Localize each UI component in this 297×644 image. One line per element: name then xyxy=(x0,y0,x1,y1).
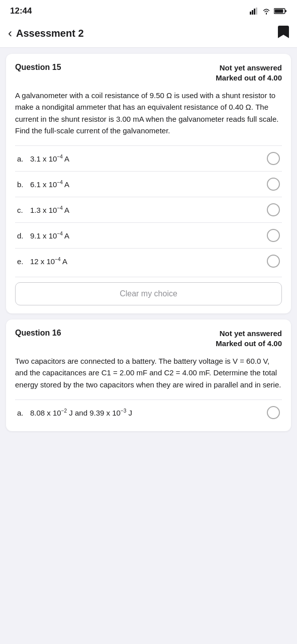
svg-rect-2 xyxy=(254,9,255,15)
question-15-status: Not yet answered Marked out of 4.00 xyxy=(216,63,282,83)
svg-rect-6 xyxy=(275,10,283,13)
option-c-left: c. 1.3 x 10−4 A xyxy=(17,205,69,214)
q16-option-a-left: a. 8.08 x 10−2 J and 9.39 x 10−3 J xyxy=(17,408,132,417)
question-16-card: Question 16 Not yet answered Marked out … xyxy=(6,319,291,431)
option-a-left: a. 3.1 x 10−4 A xyxy=(17,154,69,163)
battery-icon xyxy=(274,8,287,15)
status-icons xyxy=(250,8,287,15)
question-16-label: Question 16 xyxy=(15,329,61,338)
question-16-status: Not yet answered Marked out of 4.00 xyxy=(216,329,282,348)
main-content: Question 15 Not yet answered Marked out … xyxy=(0,48,297,437)
question-16-status-line2: Marked out of 4.00 xyxy=(216,339,282,349)
svg-rect-1 xyxy=(252,10,253,15)
q16-option-a-letter: a. xyxy=(17,409,26,417)
bookmark-icon[interactable] xyxy=(278,25,289,41)
option-d-left: d. 9.1 x 10−4 A xyxy=(17,231,69,240)
option-b[interactable]: b. 6.1 x 10−4 A xyxy=(15,171,282,197)
question-16-header: Question 16 Not yet answered Marked out … xyxy=(15,329,282,348)
header-title: Assessment 2 xyxy=(16,28,84,39)
option-a-text: 3.1 x 10−4 A xyxy=(30,154,69,163)
option-d-letter: d. xyxy=(17,231,26,240)
option-a-letter: a. xyxy=(17,154,26,163)
option-b-left: b. 6.1 x 10−4 A xyxy=(17,180,69,189)
question-15-label: Question 15 xyxy=(15,63,61,72)
option-a-radio[interactable] xyxy=(267,152,280,165)
option-a[interactable]: a. 3.1 x 10−4 A xyxy=(15,145,282,171)
option-c-radio[interactable] xyxy=(267,203,280,216)
option-e-text: 12 x 10−4 A xyxy=(30,257,67,266)
option-c-text: 1.3 x 10−4 A xyxy=(30,205,69,214)
question-15-status-line1: Not yet answered xyxy=(216,63,282,73)
header: ‹ Assessment 2 xyxy=(0,20,297,48)
option-d[interactable]: d. 9.1 x 10−4 A xyxy=(15,222,282,248)
option-e-radio[interactable] xyxy=(267,255,280,268)
question-15-header: Question 15 Not yet answered Marked out … xyxy=(15,63,282,83)
status-bar: 12:44 xyxy=(0,0,297,20)
option-c-letter: c. xyxy=(17,206,26,214)
wifi-icon xyxy=(262,8,271,15)
svg-rect-5 xyxy=(285,10,286,12)
svg-rect-0 xyxy=(250,12,251,15)
clear-btn-wrapper: Clear my choice xyxy=(15,277,282,307)
q16-option-a-text: 8.08 x 10−2 J and 9.39 x 10−3 J xyxy=(30,408,132,417)
q16-option-a-radio[interactable] xyxy=(267,406,280,419)
question-16-status-line1: Not yet answered xyxy=(216,329,282,339)
question-15-status-line2: Marked out of 4.00 xyxy=(216,73,282,83)
status-time: 12:44 xyxy=(10,6,32,16)
clear-my-choice-button[interactable]: Clear my choice xyxy=(15,282,282,305)
svg-rect-3 xyxy=(256,8,257,15)
question-16-text: Two capacitors are connected to a batter… xyxy=(15,355,282,390)
option-b-text: 6.1 x 10−4 A xyxy=(30,180,69,189)
option-b-letter: b. xyxy=(17,180,26,189)
option-d-text: 9.1 x 10−4 A xyxy=(30,231,69,240)
option-e-left: e. 12 x 10−4 A xyxy=(17,257,67,266)
header-left: ‹ Assessment 2 xyxy=(8,26,84,40)
option-b-radio[interactable] xyxy=(267,178,280,191)
option-e-letter: e. xyxy=(17,257,26,266)
back-button[interactable]: ‹ xyxy=(8,26,12,40)
option-c[interactable]: c. 1.3 x 10−4 A xyxy=(15,197,282,222)
question-15-card: Question 15 Not yet answered Marked out … xyxy=(6,54,291,313)
option-e[interactable]: e. 12 x 10−4 A xyxy=(15,248,282,274)
question-15-text: A galvanometer with a coil resistance of… xyxy=(15,90,282,136)
q16-option-a[interactable]: a. 8.08 x 10−2 J and 9.39 x 10−3 J xyxy=(15,399,282,425)
option-d-radio[interactable] xyxy=(267,229,280,242)
signal-icon xyxy=(250,8,259,15)
